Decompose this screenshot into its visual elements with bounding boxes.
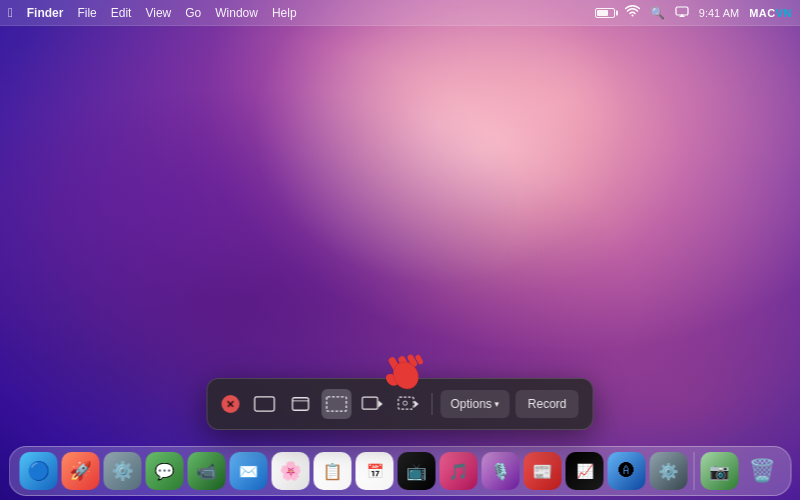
wifi-icon bbox=[625, 5, 640, 20]
battery-body bbox=[595, 8, 615, 18]
svg-rect-5 bbox=[362, 397, 377, 409]
svg-rect-7 bbox=[398, 397, 413, 409]
dock-finder[interactable]: 🔵 bbox=[20, 452, 58, 490]
record-portion-button[interactable] bbox=[357, 389, 387, 419]
capture-window-button[interactable] bbox=[285, 389, 315, 419]
svg-rect-4 bbox=[327, 397, 347, 411]
chevron-down-icon: ▾ bbox=[495, 399, 500, 409]
dock-settings[interactable]: ⚙️ bbox=[650, 452, 688, 490]
dock-reminders[interactable]: 📋 bbox=[314, 452, 352, 490]
battery-fill bbox=[597, 10, 608, 16]
search-icon[interactable]: 🔍 bbox=[650, 6, 665, 20]
dock-mail[interactable]: ✉️ bbox=[230, 452, 268, 490]
record-screen-button[interactable] bbox=[393, 389, 423, 419]
menu-bar-right: 🔍 9:41 AM MACVN bbox=[595, 5, 792, 20]
menu-bar-left:  Finder File Edit View Go Window Help bbox=[8, 5, 297, 20]
menu-help[interactable]: Help bbox=[272, 6, 297, 20]
dock-stocks[interactable]: 📈 bbox=[566, 452, 604, 490]
menu-view[interactable]: View bbox=[145, 6, 171, 20]
menu-finder[interactable]: Finder bbox=[27, 6, 64, 20]
appstore-icon: 🅐 bbox=[619, 462, 635, 480]
menu-bar:  Finder File Edit View Go Window Help bbox=[0, 0, 800, 26]
capture-portion-button[interactable] bbox=[321, 389, 351, 419]
record-button[interactable]: Record bbox=[516, 390, 579, 418]
toolbar-separator bbox=[431, 393, 432, 415]
menu-window[interactable]: Window bbox=[215, 6, 258, 20]
svg-point-8 bbox=[403, 401, 407, 405]
apple-logo-icon[interactable]:  bbox=[8, 5, 13, 20]
svg-rect-13 bbox=[407, 354, 419, 368]
svg-rect-12 bbox=[397, 355, 411, 371]
dock-screencapture[interactable]: 📷 bbox=[701, 452, 739, 490]
dock-trash[interactable]: 🗑️ bbox=[743, 452, 781, 490]
svg-marker-6 bbox=[378, 401, 382, 408]
dock-music[interactable]: 🎵 bbox=[440, 452, 478, 490]
desktop:  Finder File Edit View Go Window Help bbox=[0, 0, 800, 500]
svg-marker-9 bbox=[414, 401, 418, 408]
menu-go[interactable]: Go bbox=[185, 6, 201, 20]
svg-rect-14 bbox=[415, 354, 424, 365]
capture-fullscreen-button[interactable] bbox=[249, 389, 279, 419]
svg-rect-11 bbox=[387, 356, 402, 375]
svg-rect-2 bbox=[292, 398, 308, 410]
dock-system-prefs[interactable]: ⚙️ bbox=[104, 452, 142, 490]
dock: 🔵 🚀 ⚙️ 💬 📹 ✉️ 🌸 📋 📅 bbox=[9, 446, 792, 496]
dock-facetime[interactable]: 📹 bbox=[188, 452, 226, 490]
options-button[interactable]: Options ▾ bbox=[440, 390, 509, 418]
dock-messages[interactable]: 💬 bbox=[146, 452, 184, 490]
close-button[interactable] bbox=[221, 395, 239, 413]
svg-rect-1 bbox=[255, 397, 275, 411]
dock-photos[interactable]: 🌸 bbox=[272, 452, 310, 490]
menu-file[interactable]: File bbox=[77, 6, 96, 20]
options-label: Options bbox=[450, 397, 491, 411]
menu-time: 9:41 AM bbox=[699, 7, 739, 19]
airplay-icon[interactable] bbox=[675, 6, 689, 20]
menu-edit[interactable]: Edit bbox=[111, 6, 132, 20]
dock-appstore[interactable]: 🅐 bbox=[608, 452, 646, 490]
battery-icon bbox=[595, 8, 615, 18]
record-label: Record bbox=[528, 397, 567, 411]
macvn-logo: MACVN bbox=[749, 7, 792, 19]
dock-podcasts[interactable]: 🎙️ bbox=[482, 452, 520, 490]
dock-launchpad[interactable]: 🚀 bbox=[62, 452, 100, 490]
dock-appletv[interactable]: 📺 bbox=[398, 452, 436, 490]
screenshot-toolbar: Options ▾ Record bbox=[206, 378, 593, 430]
svg-rect-0 bbox=[676, 7, 688, 15]
dock-news[interactable]: 📰 bbox=[524, 452, 562, 490]
dock-calendar[interactable]: 📅 bbox=[356, 452, 394, 490]
dock-separator bbox=[694, 452, 695, 490]
